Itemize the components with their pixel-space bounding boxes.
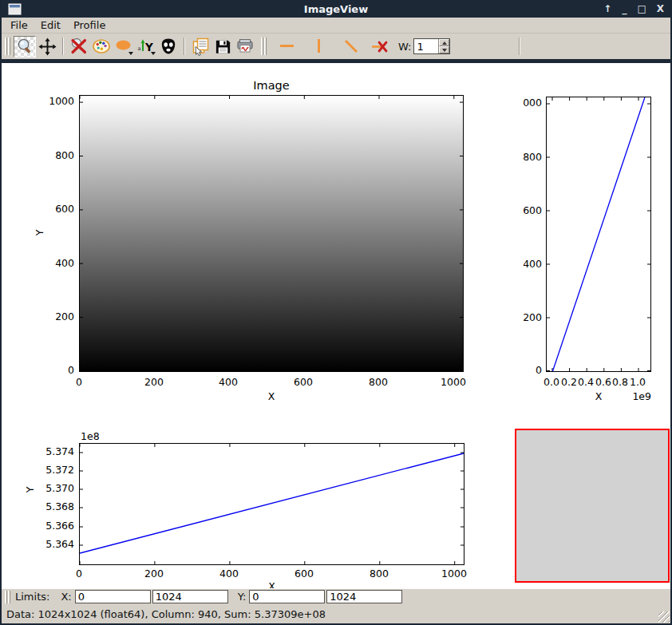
plot-area: Image Y 1000 800 600 400 200 0 0 200 400… <box>2 63 670 588</box>
limits-toolbar-handle[interactable] <box>5 591 10 603</box>
chevron-down-icon <box>151 52 156 55</box>
spin-down-button[interactable] <box>439 46 449 53</box>
col-profile-plot <box>80 444 464 564</box>
resize-grip[interactable] <box>658 611 670 623</box>
window-icon <box>8 3 22 15</box>
chevron-down-icon <box>128 52 133 55</box>
xtick-label: 800 <box>356 376 401 388</box>
xtick-label: 400 <box>206 376 251 388</box>
save-icon <box>214 38 232 56</box>
x-max-input[interactable] <box>152 590 228 603</box>
copy-profile-button[interactable] <box>189 36 211 57</box>
palette-icon <box>92 37 111 56</box>
y-max-input[interactable] <box>326 590 402 603</box>
add-horizontal-line-button[interactable] <box>276 36 298 57</box>
menu-file[interactable]: File <box>5 18 35 33</box>
minimize-button[interactable]: _ <box>622 1 627 17</box>
colormap-button[interactable] <box>90 36 113 57</box>
ellipse-region-button[interactable] <box>113 36 135 57</box>
row-profile-line <box>553 97 645 371</box>
x-min-input[interactable] <box>75 590 151 603</box>
spin-up-button[interactable] <box>439 39 449 46</box>
magnifier-icon <box>16 38 34 56</box>
ytick-label: 0 <box>30 364 74 376</box>
remove-line-button[interactable] <box>369 36 391 57</box>
horizontal-line-icon <box>278 37 297 56</box>
add-vertical-line-button[interactable] <box>308 36 330 57</box>
maximize-button[interactable]: □ <box>637 1 646 17</box>
ytick-label: 400 <box>502 258 542 270</box>
image-plot-ylabel: Y <box>34 230 45 236</box>
triangle-up-icon <box>442 42 447 45</box>
ytick-label: 600 <box>502 204 542 216</box>
print-plot-icon <box>235 37 255 56</box>
row-profile-canvas[interactable] <box>546 97 651 372</box>
close-button[interactable]: X <box>657 1 664 17</box>
xtick-label: 1.0 <box>627 376 649 388</box>
status-text: Data: 1024x1024 (float64), Column: 940, … <box>6 608 326 620</box>
titlebar[interactable]: ImageView ↑ _ □ X <box>2 0 670 18</box>
ytick-label: 5.374 <box>30 445 74 457</box>
reset-zoom-button[interactable] <box>68 36 90 57</box>
limits-toolbar: Limits: X: Y: <box>2 588 670 604</box>
xtick-label: 0 <box>57 376 101 388</box>
menu-edit[interactable]: Edit <box>35 18 68 33</box>
ytick-label: 5.368 <box>30 500 74 512</box>
xtick-label: 1000 <box>431 376 476 388</box>
line-toolbar-handle[interactable] <box>261 38 267 55</box>
toolbar-separator <box>184 38 185 55</box>
xtick-label: 200 <box>132 568 176 580</box>
mask-button[interactable] <box>157 36 180 57</box>
row-profile-plot <box>547 97 650 371</box>
limits-x-label: X: <box>61 591 71 603</box>
col-profile-canvas[interactable] <box>79 443 464 565</box>
zoom-tool-button[interactable] <box>14 36 36 57</box>
toolbar: a Y <box>2 34 670 59</box>
line-width-label: W: <box>398 41 411 53</box>
ytick-label: 5.364 <box>30 538 74 550</box>
svg-text:a: a <box>138 45 141 52</box>
magnifier-x-icon <box>69 37 89 56</box>
ytick-label: 5.372 <box>30 464 74 476</box>
pan-tool-button[interactable] <box>36 36 58 57</box>
pan-arrows-icon <box>38 38 57 56</box>
ytick-label: 800 <box>502 151 542 163</box>
mask-icon <box>159 37 178 56</box>
save-button[interactable] <box>211 36 234 57</box>
roi-selection-box[interactable] <box>515 429 670 583</box>
toolbar-end-separator <box>519 38 520 55</box>
image-canvas[interactable] <box>79 95 464 372</box>
image-axes-ticks <box>80 96 463 371</box>
ytick-label: 800 <box>30 149 74 161</box>
limits-y-label: Y: <box>238 591 247 603</box>
ytick-label: 600 <box>30 203 74 215</box>
xtick-label: 600 <box>282 568 326 580</box>
remove-line-icon <box>370 37 390 57</box>
vertical-line-icon <box>310 37 329 56</box>
col-profile-offset: 1e8 <box>81 430 100 442</box>
ytick-label: 000 <box>502 97 542 109</box>
ytick-label: 400 <box>30 257 74 269</box>
ytick-label: 1000 <box>30 95 74 107</box>
y-scale-button[interactable]: a Y <box>135 36 157 57</box>
y-min-input[interactable] <box>249 590 325 603</box>
ytick-label: 200 <box>30 311 74 322</box>
xtick-label: 600 <box>281 376 326 388</box>
ytick-label: 200 <box>502 311 542 323</box>
ytick-label: 5.370 <box>30 482 74 494</box>
col-profile-line <box>80 453 464 553</box>
menu-profile[interactable]: Profile <box>68 18 113 33</box>
image-plot-xlabel: X <box>79 390 464 402</box>
xtick-label: 800 <box>357 568 401 580</box>
toolbar-separator <box>62 38 64 55</box>
shade-button[interactable]: ↑ <box>603 1 611 17</box>
limits-label: Limits: <box>15 591 49 603</box>
toolbar-handle[interactable] <box>5 38 10 55</box>
print-plot-button[interactable] <box>234 36 256 57</box>
spinner <box>438 39 449 53</box>
line-width-input[interactable] <box>414 39 438 53</box>
col-profile-xlabel: X <box>79 580 464 588</box>
add-diagonal-line-button[interactable] <box>340 36 362 57</box>
window-controls: ↑ _ □ X <box>603 1 664 17</box>
xtick-label: 400 <box>207 568 251 580</box>
